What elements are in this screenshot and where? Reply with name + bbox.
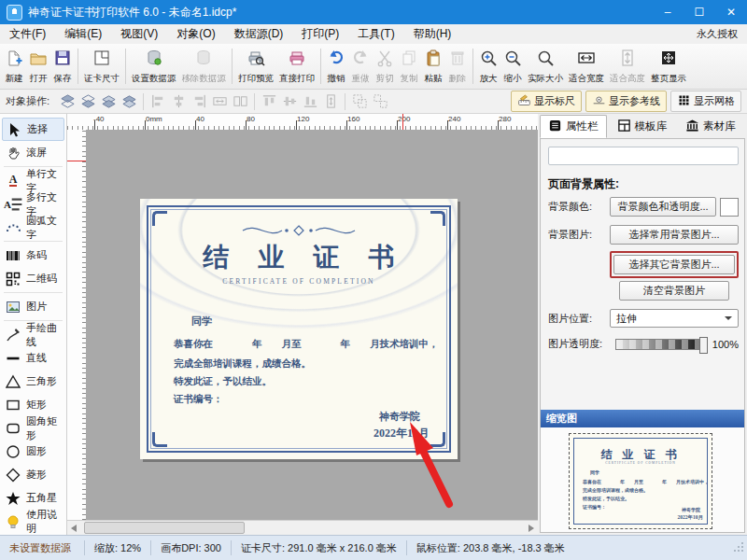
certificate-page[interactable]: 结 业 证 书 CERTIFICATE OF COMPLETION 同学 恭喜你…	[140, 199, 458, 459]
toolbar-separator	[472, 49, 473, 84]
menu-datasource[interactable]: 数据源(D)	[225, 24, 293, 44]
tool-line[interactable]: 直线	[0, 346, 66, 370]
tool-select[interactable]: 选择	[2, 118, 64, 141]
remove-datasource-button: 移除数据源	[179, 47, 230, 87]
object-name-field[interactable]	[548, 147, 739, 165]
paste-button[interactable]: 粘贴	[421, 47, 445, 87]
background-color-swatch[interactable]	[720, 198, 739, 217]
scroll-right-arrow[interactable]	[525, 522, 538, 534]
menu-view[interactable]: 视图(V)	[111, 24, 167, 44]
menu-help[interactable]: 帮助(H)	[404, 24, 461, 44]
undo-button[interactable]: 撤销	[324, 47, 348, 87]
save-button[interactable]: 保存	[50, 47, 75, 87]
paste-button-label: 粘贴	[425, 73, 443, 85]
open-button-label: 打开	[30, 73, 48, 85]
tool-rounded-rectangle[interactable]: 圆角矩形	[0, 416, 66, 440]
fit-width-button[interactable]: 适合宽度	[566, 47, 607, 87]
help-button[interactable]: 使用说明	[0, 510, 66, 533]
scroll-left-arrow[interactable]	[67, 522, 80, 534]
tab-materials-label: 素材库	[703, 119, 736, 133]
send-backward-icon[interactable]	[119, 92, 139, 111]
image-position-dropdown[interactable]: 拉伸	[610, 309, 739, 328]
tool-circle[interactable]: 圆形	[0, 440, 66, 463]
ungroup-icon	[370, 92, 390, 111]
background-color-button[interactable]: 背景颜色和透明度...	[610, 197, 716, 217]
zoom-out-button[interactable]: 缩小	[500, 47, 525, 87]
undo-icon	[327, 49, 345, 71]
menu-print[interactable]: 打印(P)	[292, 24, 348, 44]
zoom-in-button-label: 放大	[480, 73, 498, 85]
thumbnail-area: 结 业 证 书 CERTIFICATE OF COMPLETION 同学 恭喜你…	[541, 427, 744, 532]
material-bank-icon	[685, 119, 699, 134]
tool-triangle[interactable]: 三角形	[0, 370, 66, 393]
tool-barcode[interactable]: 条码	[0, 244, 66, 267]
tool-diamond[interactable]: 菱形	[0, 463, 66, 486]
toolbar-separator	[78, 49, 78, 84]
tool-multi-line-text[interactable]: A 多行文字	[0, 192, 66, 216]
card-size-button[interactable]: 证卡尺寸	[81, 47, 122, 87]
close-button[interactable]: ✕	[715, 0, 747, 24]
resize-grip[interactable]	[733, 541, 744, 554]
certificate-title: 结 业 证 书	[140, 240, 458, 275]
tool-qrcode[interactable]: 二维码	[0, 267, 66, 290]
new-button[interactable]: 新建	[2, 47, 26, 87]
maximize-button[interactable]: ☐	[684, 0, 715, 24]
actual-size-button[interactable]: 实际大小	[525, 47, 566, 87]
certificate-number-line: 证书编号：	[174, 393, 223, 406]
menu-edit[interactable]: 编辑(E)	[55, 24, 111, 44]
certificate-thumbnail[interactable]: 结 业 证 书 CERTIFICATE OF COMPLETION 同学 恭喜你…	[569, 433, 712, 529]
set-datasource-button[interactable]: 设置数据源	[129, 47, 179, 87]
show-grid-toggle[interactable]: 显示网格	[670, 91, 741, 112]
show-guides-toggle[interactable]: 显示参考线	[585, 91, 667, 112]
slider-handle[interactable]	[699, 337, 708, 354]
bring-to-front-icon[interactable]	[57, 92, 78, 111]
tool-star[interactable]: 五角星	[0, 486, 66, 510]
image-opacity-slider[interactable]	[615, 339, 708, 350]
scissors-icon	[375, 49, 394, 71]
ruler-label: 40	[196, 115, 204, 123]
tool-rectangle[interactable]: 矩形	[0, 393, 66, 416]
image-position-label: 图片位置:	[548, 312, 610, 326]
menu-file[interactable]: 文件(F)	[0, 24, 55, 44]
tool-single-line-text[interactable]: A 单行文字	[0, 169, 66, 192]
open-button[interactable]: 打开	[26, 47, 50, 87]
align-right-icon	[189, 92, 209, 111]
horizontal-scrollbar[interactable]	[67, 520, 538, 535]
tab-materials[interactable]: 素材库	[677, 115, 744, 138]
bring-forward-icon[interactable]	[98, 92, 119, 111]
whole-page-button[interactable]: 整页显示	[648, 47, 689, 87]
zoom-in-button[interactable]: 放大	[476, 47, 500, 87]
menu-bar: 文件(F) 编辑(E) 视图(V) 对象(O) 数据源(D) 打印(P) 工具(…	[0, 24, 747, 45]
choose-other-background-button[interactable]: 选择其它背景图片...	[613, 255, 735, 274]
tab-properties[interactable]: 属性栏	[540, 115, 607, 138]
multi-line-text-icon: A	[4, 196, 22, 213]
direct-print-button[interactable]: 直接打印	[276, 47, 317, 87]
tool-rectangle-label: 矩形	[26, 398, 47, 412]
print-preview-button[interactable]: 打印预览	[235, 47, 276, 87]
minimize-button[interactable]: –	[652, 0, 684, 24]
database-icon	[145, 49, 163, 71]
tool-panel: 选择 滚屏 A 单行文字 A 多行文字 圆弧文字 条码 二维码 图片 手绘曲线 …	[0, 114, 67, 535]
scrollbar-thumb[interactable]	[84, 522, 245, 534]
red-highlight-box: 选择其它背景图片...	[610, 251, 739, 278]
tool-pan[interactable]: 滚屏	[0, 141, 66, 164]
send-to-back-icon[interactable]	[78, 92, 98, 111]
tab-properties-label: 属性栏	[566, 119, 599, 133]
choose-common-background-button[interactable]: 选择常用背景图片...	[610, 225, 739, 245]
clear-background-button[interactable]: 清空背景图片	[619, 281, 729, 301]
menu-object[interactable]: 对象(O)	[167, 24, 224, 44]
tool-arc-text[interactable]: 圆弧文字	[0, 216, 66, 239]
ruler-cursor-mark	[67, 161, 86, 161]
tool-line-label: 直线	[26, 351, 47, 365]
tool-image[interactable]: 图片	[0, 295, 66, 318]
redo-button: 重做	[348, 47, 373, 87]
show-ruler-toggle[interactable]: 显示标尺	[511, 91, 582, 112]
objectbar-separator	[345, 93, 345, 110]
line-icon	[4, 350, 22, 367]
trash-icon	[448, 49, 467, 71]
thumbnail-line: 同学	[590, 469, 599, 475]
tool-freehand-curve[interactable]: 手绘曲线	[0, 323, 66, 346]
corner-ornament	[152, 432, 167, 447]
menu-tools[interactable]: 工具(T)	[348, 24, 403, 44]
tab-templates[interactable]: 模板库	[609, 115, 676, 138]
